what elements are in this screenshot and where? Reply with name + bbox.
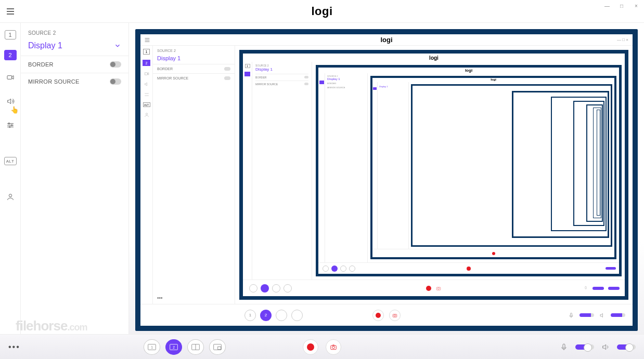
window-controls: — □ ×: [602, 2, 641, 9]
svg-point-22: [394, 314, 395, 316]
user-icon[interactable]: [3, 190, 18, 204]
watermark: filehorse.com: [16, 318, 87, 334]
source-name-dropdown[interactable]: Display 1: [21, 39, 128, 56]
source-panel: SOURCE 2 Display 1 BORDER MIRROR SOURCE: [21, 23, 129, 334]
scene-1-button[interactable]: 1: [5, 30, 16, 39]
svg-point-19: [437, 287, 439, 289]
close-button[interactable]: ×: [632, 2, 641, 9]
scene-button-2[interactable]: 2: [165, 339, 182, 355]
svg-point-17: [146, 113, 147, 115]
app-logo: logi: [311, 5, 332, 18]
audio-controls: [560, 343, 636, 351]
border-label: BORDER: [28, 61, 54, 68]
mirror-toggle[interactable]: [110, 78, 121, 85]
scene-2-button[interactable]: 2: [4, 50, 17, 60]
svg-point-33: [332, 346, 335, 349]
minimize-button[interactable]: —: [602, 2, 612, 9]
border-option: BORDER: [21, 56, 128, 73]
title-bar: logi — □ ×: [0, 0, 644, 23]
more-menu-button[interactable]: •••: [8, 342, 24, 352]
mirror-option: MIRROR SOURCE: [21, 73, 128, 90]
camera-shutter-icon: [329, 343, 338, 351]
svg-rect-20: [585, 286, 587, 289]
microphone-icon[interactable]: [560, 343, 568, 351]
bottom-bar: ••• 1 2: [0, 334, 644, 359]
left-rail: 1 2 ALT: [0, 23, 21, 334]
source-name-label: Display 1: [28, 41, 62, 50]
svg-rect-31: [218, 347, 221, 349]
source-header: SOURCE 2: [21, 30, 128, 39]
speaker-slider[interactable]: [617, 344, 636, 350]
speaker-icon[interactable]: [3, 95, 18, 108]
scene-button-3[interactable]: [187, 339, 204, 355]
maximize-button[interactable]: □: [617, 2, 626, 9]
scene-buttons: 1 2: [144, 339, 226, 355]
svg-text:1: 1: [151, 345, 153, 349]
scene-button-4[interactable]: [209, 339, 226, 355]
svg-rect-34: [563, 344, 565, 348]
mirror-label: MIRROR SOURCE: [28, 78, 80, 85]
svg-point-10: [9, 194, 11, 197]
preview-area: logi — □ × 1 2 ALT SOURCE 2 Display 1 BO…: [129, 23, 644, 334]
screenshot-button[interactable]: [326, 339, 341, 355]
svg-text:2: 2: [173, 345, 175, 349]
svg-rect-14: [145, 73, 147, 75]
alt-button[interactable]: ALT: [4, 157, 17, 165]
svg-rect-3: [7, 76, 12, 79]
chevron-down-icon: [114, 42, 121, 49]
microphone-slider[interactable]: [575, 344, 594, 350]
record-button[interactable]: [303, 339, 318, 355]
record-icon: [307, 343, 314, 351]
display-preview: logi — □ × 1 2 ALT SOURCE 2 Display 1 BO…: [135, 29, 638, 331]
svg-rect-23: [571, 313, 572, 316]
svg-rect-30: [214, 344, 222, 350]
camera-icon[interactable]: [3, 71, 18, 84]
scene-button-1[interactable]: 1: [144, 339, 160, 355]
settings-sliders-icon[interactable]: [3, 118, 18, 132]
border-toggle[interactable]: [110, 61, 121, 68]
menu-button[interactable]: [0, 0, 21, 23]
speaker-output-icon[interactable]: [601, 343, 610, 351]
center-controls: [303, 339, 341, 355]
